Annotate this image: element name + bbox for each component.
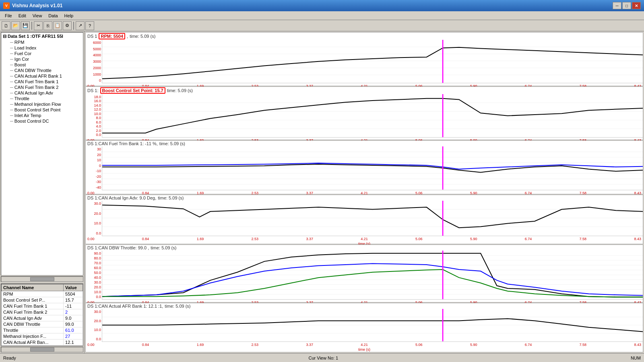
tree-item-boost-control-set-point[interactable]: Boost Control Set Point: [2, 107, 82, 113]
tree-item-throttle[interactable]: Throttle: [2, 96, 82, 101]
channel-row[interactable]: CAN Actual Ign Adv9.0: [2, 315, 83, 321]
close-button[interactable]: ✕: [632, 2, 641, 9]
channel-row[interactable]: CAN Fuel Trim Bank 1-11: [2, 303, 83, 309]
channel-value: -11: [64, 303, 83, 309]
chart-rpm-comma: ,: [127, 34, 128, 39]
menu-view[interactable]: View: [29, 12, 45, 19]
title-bar: V Vishnu Analysis v1.01 ─ □ ✕: [0, 0, 644, 11]
channel-row[interactable]: CAN Fuel Trim Bank 22: [2, 309, 83, 315]
chart-area: DS 1 RPM: 5504 , time: 5.09 (s) 6000 500…: [85, 31, 644, 353]
tree-item-can-dbw-throttle[interactable]: CAN DBW Throttle: [2, 68, 82, 73]
channel-name: CAN Actual Ign Adv: [2, 315, 64, 321]
chart-fuel-trim-svg: [102, 146, 643, 189]
tree-root-label: Data Set 1 :OTF AFR11 55I: [8, 34, 63, 39]
menu-edit[interactable]: Edit: [15, 12, 29, 19]
channel-name: CAN Fuel Trim Bank 1: [2, 303, 64, 309]
scrollbar-thumb[interactable]: [30, 277, 54, 281]
chart-throttle-body: 90.0 80.0 70.0 60.0 50.0 40.0 30.0 20.0 …: [86, 251, 643, 300]
chart-rpm-ds: DS 1: [87, 34, 97, 39]
menu-bar: File Edit View Data Help: [0, 11, 644, 20]
tree-item-methanol-injection-flow[interactable]: Methanol Injection Flow: [2, 101, 82, 107]
channel-name: CAN Fuel Trim Bank 2: [2, 309, 64, 315]
chart-boost-content: [102, 94, 643, 138]
channel-value: 61.0: [64, 327, 83, 333]
channel-row[interactable]: CAN DBW Throttle99.0: [2, 321, 83, 327]
toolbar-separator-2: [73, 22, 74, 30]
chart-fuel-trim: DS 1:CAN Fuel Trim Bank 1: -11 %, time: …: [85, 140, 643, 194]
chart-boost-svg: [102, 94, 643, 137]
tree-item-can-fuel-trim-bank-2[interactable]: CAN Fuel Trim Bank 2: [2, 84, 82, 90]
tree-item-fuel-cor[interactable]: Fuel Cor: [2, 51, 82, 56]
filter-button[interactable]: ⚙: [63, 21, 72, 30]
chart-fuel-trim-content: [102, 146, 643, 190]
app-title: Vishnu Analysis v1.01: [12, 3, 613, 8]
pointer-button[interactable]: ↗: [76, 21, 85, 30]
chart-fuel-trim-label: DS 1:CAN Fuel Trim Bank 1: -11 %,: [87, 141, 158, 146]
tree-item-can-actual-afr-bank-1[interactable]: CAN Actual AFR Bank 1: [2, 73, 82, 79]
open-button[interactable]: 📂: [11, 21, 20, 30]
tree-item-inlet-air-temp[interactable]: Inlet Air Temp: [2, 113, 82, 118]
channel-row[interactable]: Throttle61.0: [2, 327, 83, 333]
chart-throttle: DS 1:CAN DBW Throttle: 99.0 , time: 5.09…: [85, 245, 643, 303]
copy-button[interactable]: ⎘: [43, 21, 52, 30]
window-controls: ─ □ ✕: [613, 2, 641, 9]
chart-throttle-svg: [102, 251, 643, 299]
main-layout: ⊟ Data Set 1 :OTF AFR11 55I RPMLoad Inde…: [0, 31, 644, 353]
channel-row[interactable]: Boost Control Set P...15.7: [2, 297, 83, 303]
menu-help[interactable]: Help: [61, 12, 77, 19]
cut-button[interactable]: ✂: [34, 21, 43, 30]
chart-ign-adv-header: DS 1:CAN Actual Ign Adv: 9.0 Deg, time: …: [86, 195, 643, 201]
tree-view[interactable]: ⊟ Data Set 1 :OTF AFR11 55I RPMLoad Inde…: [1, 32, 83, 276]
chart-throttle-label: DS 1:CAN DBW Throttle: 99.0 ,: [87, 245, 149, 250]
tree-item-can-fuel-trim-bank-1[interactable]: CAN Fuel Trim Bank 1: [2, 79, 82, 84]
channel-table: Channel Name Value RPM5504Boost Control …: [1, 284, 83, 346]
menu-file[interactable]: File: [2, 12, 15, 19]
chart-afr-label: DS 1:CAN Actual AFR Bank 1: 12.1 :1,: [87, 304, 163, 309]
tree-root[interactable]: ⊟ Data Set 1 :OTF AFR11 55I: [2, 33, 82, 39]
chart-afr-header: DS 1:CAN Actual AFR Bank 1: 12.1 :1, tim…: [86, 303, 643, 309]
chart-rpm-highlighted: RPM: 5504: [99, 33, 125, 39]
chart-boost-time: time: 5.09 (s): [167, 88, 193, 93]
chart-afr-svg: [102, 309, 643, 341]
channel-row[interactable]: CAN Actual AFR Ban...12.1: [2, 339, 83, 346]
channel-value: 27: [64, 333, 83, 339]
status-right: NUM: [631, 356, 641, 360]
chart-afr-xlabel: time (s): [86, 348, 643, 352]
channel-name: Boost Control Set P...: [2, 297, 64, 303]
chart-boost-ds: DS 1:: [87, 88, 99, 93]
paste-button[interactable]: 📋: [53, 21, 62, 30]
channel-name: Methanol Injection F...: [2, 333, 64, 339]
menu-data[interactable]: Data: [45, 12, 61, 19]
help-button[interactable]: ?: [85, 21, 94, 30]
tree-item-can-actual-ign-adv[interactable]: CAN Actual Ign Adv: [2, 90, 82, 96]
channel-row[interactable]: RPM5504: [2, 291, 83, 297]
tree-item-boost[interactable]: Boost: [2, 62, 82, 68]
chart-throttle-content: [102, 251, 643, 300]
chart-afr: DS 1:CAN Actual AFR Bank 1: 12.1 :1, tim…: [85, 303, 643, 352]
chart-throttle-yaxis: 90.0 80.0 70.0 60.0 50.0 40.0 30.0 20.0 …: [86, 251, 102, 300]
channel-value: 15.7: [64, 297, 83, 303]
save-button[interactable]: 💾: [21, 21, 30, 30]
chart-rpm-svg: [102, 40, 643, 83]
channel-row[interactable]: Methanol Injection F...27: [2, 333, 83, 339]
chart-ign-adv-yaxis: 30.0 20.0 10.0 0.0: [86, 201, 102, 236]
chart-afr-content: [102, 309, 643, 342]
channel-name: CAN Actual AFR Ban...: [2, 339, 64, 346]
maximize-button[interactable]: □: [622, 2, 631, 9]
tree-item-load-index[interactable]: Load Index: [2, 45, 82, 51]
tree-scrollbar[interactable]: [1, 276, 83, 282]
tree-item-ign-cor[interactable]: Ign Cor: [2, 56, 82, 62]
chart-afr-body: 30.0 20.0 10.0 0.0: [86, 309, 643, 342]
chart-boost: DS 1: Boost Control Set Point: 15.7 time…: [85, 86, 643, 140]
channel-scrollbar[interactable]: [1, 347, 83, 352]
new-button[interactable]: 🗋: [2, 21, 10, 30]
chart-rpm-body: 6000 5000 4000 3000 2000 1000 0: [86, 40, 643, 83]
tree-item-rpm[interactable]: RPM: [2, 39, 82, 45]
tree-item-boost-control-dc[interactable]: Boost Control DC: [2, 118, 82, 124]
minimize-button[interactable]: ─: [613, 2, 621, 9]
status-bar: Ready Cur View No: 1 NUM: [0, 353, 644, 362]
channel-value: 12.1: [64, 339, 83, 346]
chart-fuel-trim-yaxis: 30 20 10 0 -10 -20 -30 -40: [86, 146, 102, 190]
channel-scrollbar-thumb[interactable]: [30, 348, 54, 352]
channel-tbody: RPM5504Boost Control Set P...15.7CAN Fue…: [2, 291, 83, 346]
